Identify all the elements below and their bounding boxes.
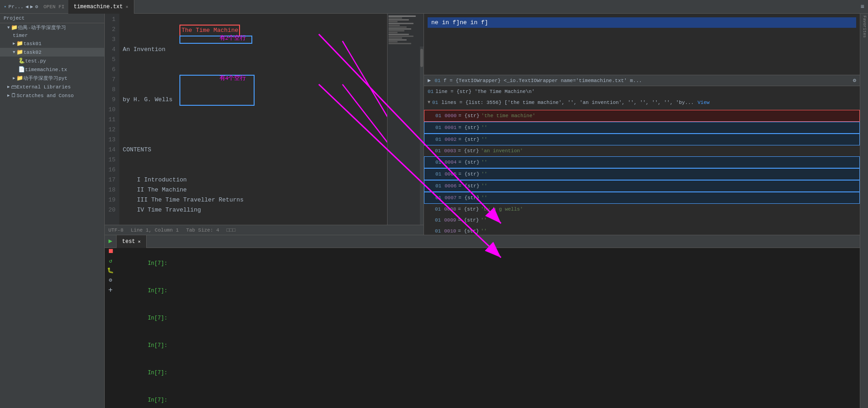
sidebar-item-task02[interactable]: ▼ 📁 task02 [0,48,104,57]
folder-icon-task02: 📁 [16,49,23,56]
code-line-11 [123,115,383,125]
console-tab-close[interactable]: ✕ [138,239,141,244]
var-0008-value: 'by h g wells' [481,205,523,214]
var-0009[interactable]: 01 0009 = {str} '' [424,215,860,226]
expand-arrow-pytorch: ▶ [13,76,15,81]
var-0000-icon: 01 [435,111,441,120]
top-bar-icons: ≡ [857,3,868,10]
console-area: ▶ ⏹ ↺ 🐛 ⚙ + test ✕ In[7]: [105,235,860,408]
sidebar-item-tiemr[interactable]: timer [0,32,104,39]
var-0007[interactable]: 01 0007 = {str} '' [424,192,860,204]
expand-arrow-root: ▼ [7,26,10,30]
var-line-text: line = {str} 'The Time Machine\n' [435,87,535,96]
debugger-toolbar-left: ▶ 01 f = {TextIOWrapper} <_io.TextIOWrap… [428,77,642,84]
gear-icon[interactable]: ⚙ [35,4,38,10]
editor-top-section: 12345 678910 1112131415 1617181920 The T… [105,14,860,235]
var-0008-eq: = {str} [458,205,479,214]
var-line-item[interactable]: 01 line = {str} 'The Time Machine\n' [424,86,860,97]
sidebar-item-root-folder[interactable]: ▼ 📁 伯禺-动手学深度学习 [0,23,104,32]
var-0008-icon: 01 [435,205,441,214]
nav-next[interactable]: ▶ [30,4,33,10]
settings-button[interactable]: ⚙ [853,77,856,84]
editor-tab[interactable]: timemachine.txt ✕ [68,0,134,14]
sidebar-item-task01[interactable]: ▶ 📁 task01 [0,39,104,48]
var-f-icon: 01 [434,78,440,83]
sidebar-item-timemachine[interactable]: 📄 timemachine.tx [0,65,104,74]
code-line-2 [123,25,383,35]
editor-scrollbar[interactable] [420,46,424,225]
var-0004[interactable]: 01 0004 = {str} '' [424,156,860,168]
pytorch-label: 动手学深度学习pyt [23,75,67,82]
extlibs-label: External Libraries [16,84,71,90]
var-0004-eq: = {str} [459,158,480,167]
extlibs-icon: 🗃 [11,83,16,90]
right-code-highlight: ne in f]ne in f] [428,17,856,28]
expand-arrow-task01: ▶ [13,41,15,46]
sidebar-item-pytorch[interactable]: ▶ 📁 动手学深度学习pyt [0,74,104,83]
nav-prev[interactable]: ◀ [26,4,29,10]
code-lines[interactable]: The Time Machine An Invention [119,14,387,216]
var-0003-icon: 01 [435,146,441,155]
code-line-12 [123,125,383,135]
editor-tab-label: timemachine.txt [74,4,123,10]
code-line-8 [123,85,383,95]
sidebar-tree: ▼ 📁 伯禺-动手学深度学习 timer ▶ 📁 task01 ▼ 📁 task… [0,23,104,408]
var-f[interactable]: 01 f = {TextIOWrapper} <_io.TextIOWrappe… [434,78,642,83]
task02-label: task02 [23,50,41,55]
var-0000[interactable]: 01 0000 = {str} 'the time machine' [424,110,860,122]
sidebar-item-testpy[interactable]: 🐍 test.py [0,57,104,65]
var-0009-eq: = {str} [458,216,479,225]
var-0008[interactable]: 01 0008 = {str} 'by h g wells' [424,204,860,215]
tab-close-icon[interactable]: ✕ [126,4,128,10]
var-0007-value: '' [481,193,487,202]
sidebar-item-extlibs[interactable]: ▶ 🗃 External Libraries [0,83,104,91]
view-link[interactable]: View [698,98,710,107]
console-content[interactable]: In[7]: In[7]: In[7]: In[7]: In[7]: [105,248,860,408]
file-label-tiemr: timer [13,33,28,38]
console-tab-test[interactable]: test ✕ [117,235,147,248]
console-main: In[7]: In[7]: In[7]: In[7]: In[7]: [105,248,860,408]
in-prompt-3: In[7]: [148,315,167,321]
var-0005-key: 0005 [444,170,456,179]
menu-icon[interactable]: ≡ [861,3,864,10]
testpy-label: test.py [25,58,46,64]
expand-lines-icon[interactable]: ▼ [428,98,430,107]
var-f-text: f = {TextIOWrapper} <_io.TextIOWrapper n… [444,78,642,83]
in-prompt-2: In[7]: [148,288,167,294]
var-0001-icon: 01 [435,123,441,132]
right-code-text: ne in f] [431,19,460,26]
var-0010-key: 0010 [444,227,456,235]
annotation-2-empty-lines: 有2个空行 [220,34,246,42]
var-0000-eq: = {str} [459,111,480,120]
py-icon-testpy: 🐍 [18,57,25,64]
code-line-19: III The Time Traveller Returns [123,195,383,205]
var-0001[interactable]: 01 0001 = {str} '' [424,122,860,134]
sidebar: Project ▼ 📁 伯禺-动手学深度学习 timer ▶ 📁 task01 … [0,14,105,408]
code-line-3 [123,35,383,45]
var-0005-icon: 01 [435,170,441,179]
var-0002-eq: = {str} [459,135,480,144]
file-icon-timemachine: 📄 [18,66,25,73]
status-bar: UTF-8 Line 1, Column 1 Tab Size: 4 □□□ [105,225,424,235]
var-0010[interactable]: 01 0010 = {str} '' [424,226,860,235]
status-position: Line 1, Column 1 [131,227,179,233]
var-0006[interactable]: 01 0006 = {str} '' [424,180,860,192]
expand-icon[interactable]: ▶ [428,77,431,84]
console-left-icons: ▶ ⏹ ↺ 🐛 ⚙ + [105,235,117,248]
var-0002-key: 0002 [444,135,456,144]
right-panel: ne in f]ne in f] ▶ 01 f = {TextIOWrapper… [424,14,860,235]
code-annotation-container: The Time Machine An Invention [119,14,387,225]
sidebar-item-scratches[interactable]: ▶ 🗒 Scratches and Conso [0,91,104,100]
minimap-content [388,14,424,46]
var-lines-item[interactable]: ▼ 01 lines = {list: 3556} ['the time mac… [424,97,860,108]
favorites-bar: Favorites [860,14,868,408]
minimap [387,14,424,225]
var-0003[interactable]: 01 0003 = {str} 'an invention' [424,145,860,156]
var-0005[interactable]: 01 0005 = {str} '' [424,168,860,180]
run-button[interactable]: ▶ [108,237,112,245]
code-line-20: IV Time Travelling [123,205,383,215]
code-line-17: I Introduction [123,175,383,185]
var-0002[interactable]: 01 0002 = {str} '' [424,134,860,145]
top-bar: ▪ Pr... ◀ ▶ ⚙ OPEN FI timemachine.txt ✕ … [0,0,868,14]
in-prompt-4: In[7]: [148,342,167,349]
